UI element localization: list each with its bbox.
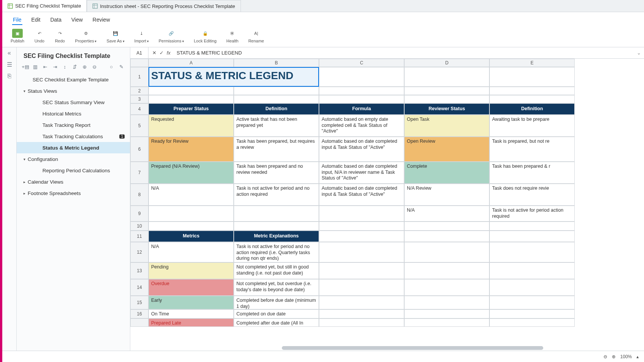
horizontal-scrollbar[interactable] xyxy=(282,346,543,350)
cell[interactable] xyxy=(404,318,489,327)
column-header[interactable]: C xyxy=(319,59,404,67)
name-box[interactable]: A1 xyxy=(130,47,148,58)
column-header[interactable]: A xyxy=(148,59,234,67)
tool-undo[interactable]: ↶Undo xyxy=(34,29,45,43)
document-tab[interactable]: Instruction sheet - SEC Reporting Proces… xyxy=(87,0,241,12)
tree-item[interactable]: Reporting Period Calculations xyxy=(17,165,130,176)
formula-input[interactable]: STATUS & METRIC LEGEND xyxy=(174,50,633,56)
links-icon[interactable]: ⎘ xyxy=(8,73,11,80)
accept-icon[interactable]: ✓ xyxy=(159,50,164,56)
cell[interactable]: Prepared (N/A Review) xyxy=(148,162,234,184)
select-all-corner[interactable] xyxy=(130,59,148,67)
cell[interactable] xyxy=(489,87,575,95)
cell[interactable]: Open Review xyxy=(404,137,489,162)
menu-edit[interactable]: Edit xyxy=(31,15,41,25)
menu-file[interactable]: File xyxy=(12,15,22,25)
cell[interactable] xyxy=(319,242,404,262)
cell[interactable]: Active task that has not been prepared y… xyxy=(234,115,319,137)
cell[interactable] xyxy=(404,309,489,318)
tree-item[interactable]: Task Tracking Calculations1 xyxy=(17,131,130,142)
cell[interactable] xyxy=(148,87,234,95)
row-header[interactable]: 4 xyxy=(130,103,148,115)
cell[interactable] xyxy=(319,309,404,318)
cell[interactable]: Definition xyxy=(489,103,575,115)
tool-publish[interactable]: ▣Publish xyxy=(11,29,24,43)
tool-redo[interactable]: ↷Redo xyxy=(55,29,65,43)
cell[interactable] xyxy=(319,279,404,296)
cell[interactable]: N/A xyxy=(404,206,489,222)
cell[interactable]: Awaiting task to be prepare xyxy=(489,115,575,137)
row-header[interactable]: 8 xyxy=(130,184,148,206)
cell[interactable]: Overdue xyxy=(148,279,234,296)
cell[interactable] xyxy=(404,231,489,242)
zoom-out-icon[interactable]: ⊖ xyxy=(603,354,607,359)
cell[interactable]: Task does not require revie xyxy=(489,184,575,206)
row-header[interactable]: 5 xyxy=(130,115,148,137)
row-header[interactable]: 12 xyxy=(130,242,148,262)
tool-icon[interactable]: ✎ xyxy=(118,63,125,70)
column-header[interactable]: B xyxy=(234,59,319,67)
cell[interactable]: Automatic based on date completed input,… xyxy=(319,162,404,184)
cell[interactable] xyxy=(319,296,404,309)
cell[interactable]: Task has been prepared and no review nee… xyxy=(234,162,319,184)
cell[interactable] xyxy=(319,262,404,279)
cell[interactable] xyxy=(404,296,489,309)
cell[interactable]: Automatic based on empty date completed … xyxy=(319,115,404,137)
cell[interactable] xyxy=(404,242,489,262)
cell[interactable] xyxy=(148,222,234,231)
tool-rename[interactable]: A|Rename xyxy=(248,29,264,43)
cell[interactable] xyxy=(489,67,575,87)
row-header[interactable]: 13 xyxy=(130,262,148,279)
cell[interactable]: Complete xyxy=(404,162,489,184)
menu-view[interactable]: View xyxy=(70,15,83,25)
column-header[interactable]: D xyxy=(404,59,489,67)
cell[interactable]: Task is not active for period and no act… xyxy=(234,184,319,206)
cell[interactable]: Task has been prepared, but requires a r… xyxy=(234,137,319,162)
expand-formula-icon[interactable]: ⌄ xyxy=(633,50,644,56)
row-header[interactable]: 6 xyxy=(130,137,148,162)
tool-icon[interactable]: ⇤ xyxy=(42,63,48,70)
outline-icon[interactable]: ☰ xyxy=(7,61,12,68)
cell[interactable]: N/A xyxy=(148,242,234,262)
cell[interactable] xyxy=(489,279,575,296)
row-header[interactable] xyxy=(130,318,148,327)
menu-review[interactable]: Review xyxy=(92,15,111,25)
cell[interactable]: Prepared Late xyxy=(148,318,234,327)
tree-item[interactable]: SEC Checklist Example Template xyxy=(17,74,130,85)
cell[interactable] xyxy=(234,87,319,95)
fx-icon[interactable]: fx xyxy=(167,50,170,56)
cell[interactable] xyxy=(319,67,404,87)
cell[interactable] xyxy=(404,67,489,87)
tool-lock[interactable]: 🔒Lock Editing xyxy=(194,29,217,43)
tree-item[interactable]: Configuration xyxy=(17,153,130,165)
cell[interactable] xyxy=(404,95,489,103)
cell[interactable] xyxy=(489,95,575,103)
cell[interactable] xyxy=(404,222,489,231)
grid-scroll[interactable]: ABCDE1STATUS & METRIC LEGEND234Preparer … xyxy=(130,59,644,351)
cell[interactable]: Not completed yet, but overdue (i.e. tod… xyxy=(234,279,319,296)
cell[interactable]: N/A Review xyxy=(404,184,489,206)
cell[interactable]: On Time xyxy=(148,309,234,318)
cell[interactable]: Automatic based on date completed input … xyxy=(319,184,404,206)
cell[interactable] xyxy=(234,206,319,222)
cell[interactable]: Completed on due date xyxy=(234,309,319,318)
cell[interactable]: Reviewer Status xyxy=(404,103,489,115)
tool-import[interactable]: ⤓Import xyxy=(134,29,149,43)
cell[interactable]: Requested xyxy=(148,115,234,137)
tree-item[interactable]: Status Views xyxy=(17,85,130,97)
cell[interactable]: Pending xyxy=(148,262,234,279)
collapse-panel-icon[interactable]: « xyxy=(8,50,11,56)
cell[interactable] xyxy=(404,87,489,95)
tool-icon[interactable]: ⊕ xyxy=(81,63,88,70)
tree-item[interactable]: SEC Status Summary View xyxy=(17,97,130,108)
cell[interactable] xyxy=(148,206,234,222)
cell[interactable]: Task is prepared, but not re xyxy=(489,137,575,162)
zoom-stepper-icon[interactable]: ▴ xyxy=(636,354,639,359)
tool-icon[interactable]: ⇥ xyxy=(52,63,58,70)
tool-saveas[interactable]: 💾Save As xyxy=(106,29,124,43)
cell[interactable]: Not completed yet, but still in good sta… xyxy=(234,262,319,279)
tool-icon[interactable]: ↕ xyxy=(61,63,68,70)
tree-item[interactable]: Historical Metrics xyxy=(17,108,130,119)
cell[interactable] xyxy=(489,309,575,318)
cell[interactable]: Metric Explanations xyxy=(234,231,319,242)
